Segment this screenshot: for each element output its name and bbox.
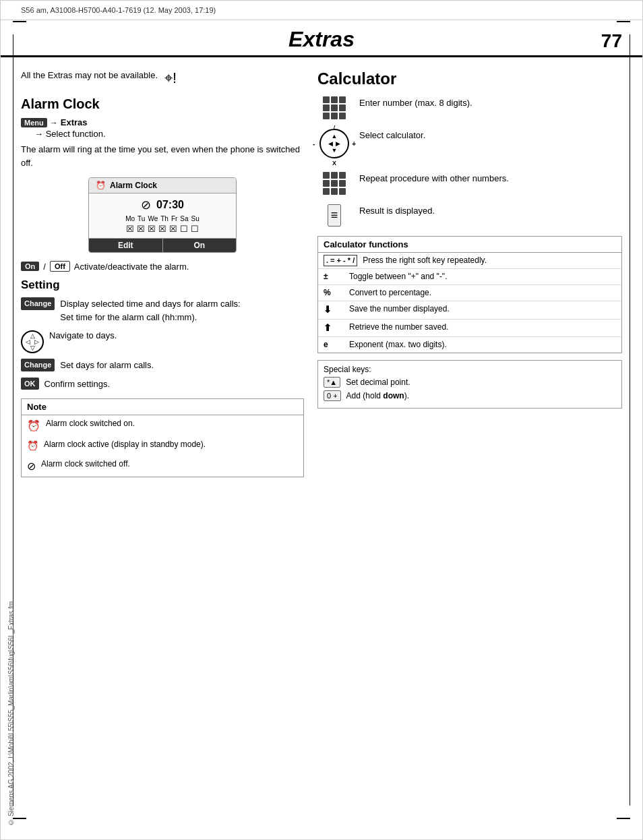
kc: [339, 188, 346, 195]
func-symbol-2: ±: [324, 271, 344, 282]
meta-text: S56 am, A31008-H5700-A40-1-7619 (12. May…: [21, 6, 216, 14]
nav-plus: +: [352, 139, 356, 149]
note-icon-1: ⏰: [27, 419, 40, 433]
func-symbol-4: ⬇: [324, 303, 344, 317]
nav-slash-top: /: [334, 123, 335, 131]
day-su: Su: [191, 215, 200, 222]
calc-step-3: Repeat procedure with other numbers.: [317, 172, 622, 195]
on-badge: On: [21, 262, 39, 271]
func-symbol-1: . = + - * /: [324, 255, 357, 266]
setting-change-row-1: Change Display selected time and days fo…: [21, 297, 304, 324]
no-sign: ⊘: [141, 198, 151, 212]
nav-left-arrow: ◀: [328, 140, 333, 148]
on-off-row: On / Off Activate/deactivate the alarm.: [21, 261, 304, 272]
kc: [331, 113, 338, 119]
setting-ok-row: OK Confirm settings.: [21, 378, 304, 391]
nav-text: Navigate to days.: [49, 329, 117, 342]
note-row-2: ⏰ Alarm clock active (display in standby…: [22, 436, 303, 456]
func-row-2: ± Toggle between "+" and "-".: [318, 269, 621, 285]
corner-decoration: [617, 818, 630, 819]
intro-text: All the Extras may not be available.: [21, 69, 158, 82]
nav-arrows: △ ◁ ▷ ▽: [26, 333, 39, 351]
cb-mo: ☒: [126, 224, 134, 234]
nav-up-arrow: ▲: [332, 133, 338, 140]
note-text-2: Alarm clock active (display in standby m…: [44, 439, 206, 450]
calc-step-4: ≡ Result is displayed.: [317, 204, 622, 227]
calc-step-1-text: Enter number (max. 8 digits).: [359, 96, 472, 110]
func-row-6: e Exponent (max. two digits).: [318, 337, 621, 353]
calc-step-3-text: Repeat procedure with other numbers.: [359, 172, 509, 185]
kc: [323, 104, 330, 111]
calc-result-icon: ≡: [317, 204, 351, 227]
arrow-right-nav: ▷: [34, 339, 39, 345]
setting-change-row-2: Change Set days for alarm calls.: [21, 359, 304, 372]
content-area: All the Extras may not be available. ⌖! …: [1, 57, 642, 489]
intro-block: All the Extras may not be available. ⌖!: [21, 69, 304, 86]
alarm-time: 07:30: [156, 199, 184, 211]
slash: /: [43, 262, 46, 272]
menu-badge: Menu: [21, 118, 47, 127]
kc: [339, 104, 346, 111]
kc: [339, 113, 346, 119]
alarm-body-text: The alarm will ring at the time you set,…: [21, 143, 304, 169]
note-row-1: ⏰ Alarm clock switched on.: [22, 415, 303, 436]
special-key-icon-2: 0 +: [324, 390, 341, 401]
nav-icon: △ ◁ ▷ ▽: [21, 330, 44, 353]
calc-functions-box: Calculator functions . = + - * / Press t…: [317, 236, 622, 353]
alarm-time-row: ⊘ 07:30: [96, 198, 229, 212]
func-text-4: Save the number displayed.: [349, 303, 450, 315]
calc-step-1: Enter number (max. 8 digits).: [317, 96, 622, 119]
change-badge-1: Change: [21, 297, 55, 310]
special-key-row-2: 0 + Add (hold down).: [324, 390, 616, 401]
change-badge-2: Change: [21, 359, 55, 371]
kc: [323, 180, 330, 187]
menu-arrow: →: [50, 118, 58, 127]
note-row-3: ⊘ Alarm clock switched off.: [22, 456, 303, 477]
edit-button[interactable]: Edit: [89, 239, 163, 252]
func-row-4: ⬇ Save the number displayed.: [318, 301, 621, 320]
day-we: We: [148, 215, 158, 222]
on-button[interactable]: On: [163, 239, 237, 252]
note-text-3: Alarm clock switched off.: [41, 458, 130, 470]
calc-functions-header: Calculator functions: [318, 237, 621, 253]
kc: [331, 172, 338, 179]
nav-right-arrow: ▶: [336, 140, 340, 148]
calc-step-2-text: Select calculator.: [359, 129, 425, 142]
kc: [323, 113, 330, 119]
left-column: All the Extras may not be available. ⌖! …: [21, 69, 304, 477]
func-symbol-6: e: [324, 339, 344, 351]
setting-heading: Setting: [21, 278, 304, 292]
note-header: Note: [22, 399, 303, 415]
note-text-1: Alarm clock switched on.: [46, 418, 135, 429]
page-number: 77: [601, 30, 622, 52]
kc: [331, 96, 338, 103]
cb-th: ☒: [158, 224, 166, 234]
alarm-screen-wrapper: ⏰ Alarm Clock ⊘ 07:30 Mo Tu We Th: [21, 177, 304, 253]
setting-nav-row: △ ◁ ▷ ▽ Navigate to days.: [21, 329, 304, 353]
day-row: Mo Tu We Th Fr Sa Su: [96, 215, 229, 222]
day-mo: Mo: [125, 215, 135, 222]
nav-down-arrow: ▼: [332, 147, 338, 154]
page-title: Extras: [288, 27, 355, 52]
header-meta: S56 am, A31008-H5700-A40-1-7619 (12. May…: [1, 1, 642, 20]
nav-minus: -: [313, 139, 315, 149]
page-wrapper: S56 am, A31008-H5700-A40-1-7619 (12. May…: [0, 0, 643, 840]
special-key-text-1: Set decimal point.: [346, 378, 410, 387]
keypad-grid-1: [323, 96, 346, 119]
ok-text: Confirm settings.: [44, 378, 111, 391]
alarm-screen-title: ⏰ Alarm Clock: [89, 178, 236, 193]
on-off-description: Activate/deactivate the alarm.: [74, 262, 189, 272]
ok-badge: OK: [21, 378, 39, 390]
calculator-heading: Calculator: [317, 69, 622, 88]
cb-tu: ☒: [137, 224, 145, 234]
func-row-3: % Convert to percentage.: [318, 285, 621, 301]
alarm-buttons: Edit On: [89, 238, 236, 252]
kc: [331, 180, 338, 187]
sub-select: Select function.: [46, 129, 106, 139]
func-text-1: Press the right soft key repeatedly.: [363, 255, 487, 266]
change-text-1: Display selected time and days for alarm…: [60, 297, 240, 324]
result-display-icon: ≡: [328, 204, 342, 227]
checkbox-row: ☒ ☒ ☒ ☒ ☒ ☐ ☐: [96, 224, 229, 234]
special-keys-box: Special keys: *▲ Set decimal point. 0 + …: [317, 360, 622, 409]
right-border: [630, 34, 630, 806]
